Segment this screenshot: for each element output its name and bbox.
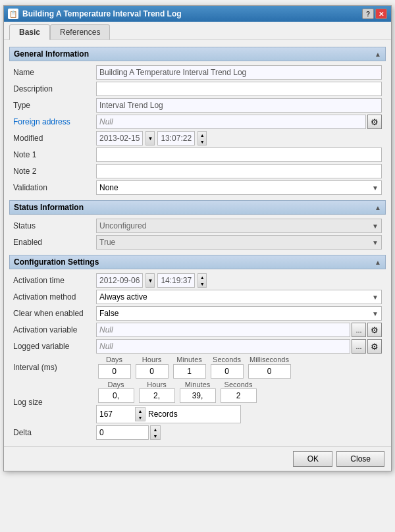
foreign-address-input[interactable] [96, 115, 366, 129]
status-collapse-icon: ▲ [375, 204, 381, 211]
interval-seconds-col: Seconds [209, 356, 245, 379]
activation-time-spin-up[interactable]: ▲ [198, 274, 206, 280]
foreign-gear-button[interactable]: ⚙ [367, 115, 382, 129]
enabled-select[interactable]: True ▼ [96, 235, 382, 250]
interval-ms-col: Milliseconds [246, 356, 292, 379]
records-input[interactable] [99, 410, 132, 419]
window-icon: 📋 [8, 9, 18, 19]
interval-seconds-input[interactable] [211, 364, 244, 379]
modified-time-spinner[interactable]: ▲ ▼ [198, 131, 207, 146]
logsize-minutes-col: Minutes [178, 381, 217, 403]
activation-var-label: Activation variable [13, 324, 92, 336]
delta-input[interactable] [96, 425, 149, 440]
logged-var-row: ... ⚙ [96, 339, 382, 354]
interval-hours-input[interactable] [136, 364, 169, 379]
interval-hours-col: Hours [134, 356, 170, 379]
time-spin-down[interactable]: ▼ [198, 138, 206, 145]
interval-days-input[interactable] [98, 364, 131, 379]
logsize-hours-col: Hours [137, 381, 176, 403]
tab-basic[interactable]: Basic [9, 24, 50, 40]
logged-var-label: Logged variable [13, 340, 92, 352]
modified-date-picker-button[interactable]: ▼ [145, 131, 155, 146]
logged-var-input[interactable] [96, 339, 350, 354]
interval-minutes-input[interactable] [173, 364, 206, 379]
activation-time-spinner[interactable]: ▲ ▼ [198, 273, 207, 288]
delta-spin-down[interactable]: ▼ [151, 433, 160, 439]
interval-label: Interval (ms) [13, 361, 92, 373]
logsize-days-col: Days [96, 381, 136, 403]
type-input [96, 98, 382, 113]
activation-var-input[interactable] [96, 323, 350, 337]
activation-date-picker-button[interactable]: ▼ [145, 273, 155, 288]
interval-ms-input[interactable] [248, 364, 291, 379]
activation-var-gear-button[interactable]: ⚙ [367, 323, 382, 337]
time-spin-up[interactable]: ▲ [198, 132, 206, 138]
validation-dropdown-arrow: ▼ [372, 184, 379, 192]
logsize-seconds-col: Seconds [219, 381, 258, 403]
logsize-days-label: Days [107, 381, 124, 388]
title-bar: 📋 Building A Temperature Interval Trend … [4, 6, 391, 22]
delta-label: Delta [13, 427, 92, 439]
enabled-label: Enabled [13, 236, 92, 248]
logsize-minutes-label: Minutes [185, 381, 211, 388]
activation-time-spin-down[interactable]: ▼ [198, 280, 206, 287]
tab-content: General Information ▲ Name Description T… [4, 40, 391, 446]
enabled-dropdown-arrow: ▼ [372, 239, 379, 246]
status-label: Status [13, 220, 92, 232]
delta-row: ▲ ▼ [96, 425, 382, 440]
config-settings-header[interactable]: Configuration Settings ▲ [9, 255, 386, 269]
note1-input[interactable] [96, 147, 382, 162]
logsize-seconds-input[interactable] [221, 388, 257, 403]
validation-label: Validation [13, 182, 92, 194]
general-info-title: General Information [14, 49, 89, 59]
main-window: 📋 Building A Temperature Interval Trend … [3, 5, 392, 471]
status-select[interactable]: Unconfigured ▼ [96, 219, 382, 233]
status-info-title: Status Information [14, 203, 84, 212]
general-info-header[interactable]: General Information ▲ [9, 47, 386, 61]
logsize-hours-input[interactable] [139, 388, 175, 403]
logsize-hours-label: Hours [147, 381, 166, 388]
interval-row: Days Hours Minutes Seconds [96, 356, 382, 379]
logsize-minutes-input[interactable] [180, 388, 216, 403]
logged-var-dots-button[interactable]: ... [352, 339, 366, 354]
logsize-area: Days Hours Minutes Seconds [96, 381, 382, 423]
interval-days-col: Days [96, 356, 132, 379]
help-button[interactable]: ? [362, 9, 374, 19]
records-spin-up[interactable]: ▲ [136, 408, 145, 414]
logged-var-gear-button[interactable]: ⚙ [367, 339, 382, 354]
ok-button[interactable]: OK [293, 451, 332, 467]
description-label: Description [13, 83, 92, 95]
tabs-bar: Basic References [4, 22, 391, 40]
delta-spinner[interactable]: ▲ ▼ [150, 425, 161, 440]
interval-seconds-label: Seconds [213, 356, 241, 363]
status-dropdown-arrow: ▼ [372, 223, 379, 230]
foreign-address-row: ⚙ [96, 115, 382, 129]
delta-spin-up[interactable]: ▲ [151, 426, 160, 433]
records-spinner[interactable]: ▲ ▼ [135, 407, 145, 421]
status-info-header[interactable]: Status Information ▲ [9, 200, 386, 215]
activation-datetime: 2012-09-06 ▼ 14:19:37 ▲ ▼ [96, 273, 382, 288]
description-input[interactable] [96, 82, 382, 96]
clear-when-select[interactable]: False ▼ [96, 306, 382, 321]
activation-method-arrow: ▼ [372, 294, 379, 301]
activation-time-label: Activation time [13, 275, 92, 286]
config-settings-title: Configuration Settings [14, 257, 99, 267]
activation-method-select[interactable]: Always active ▼ [96, 290, 382, 304]
window-close-button[interactable]: ✕ [375, 9, 387, 19]
modified-time: 13:07:22 [157, 131, 195, 146]
name-input[interactable] [96, 65, 382, 80]
logsize-label: Log size [13, 396, 92, 408]
modified-datetime: 2013-02-15 ▼ 13:07:22 ▲ ▼ [96, 131, 382, 146]
type-label: Type [13, 99, 92, 111]
activation-var-dots-button[interactable]: ... [352, 323, 366, 337]
logsize-days-input[interactable] [98, 388, 134, 403]
close-button[interactable]: Close [336, 451, 384, 467]
tab-references[interactable]: References [50, 24, 110, 40]
validation-select[interactable]: None ▼ [96, 180, 382, 195]
logsize-seconds-label: Seconds [224, 381, 253, 388]
modified-label: Modified [13, 132, 92, 144]
note2-input[interactable] [96, 164, 382, 178]
interval-hours-label: Hours [142, 356, 161, 363]
records-spin-down[interactable]: ▼ [136, 414, 145, 421]
activation-var-row: ... ⚙ [96, 323, 382, 337]
